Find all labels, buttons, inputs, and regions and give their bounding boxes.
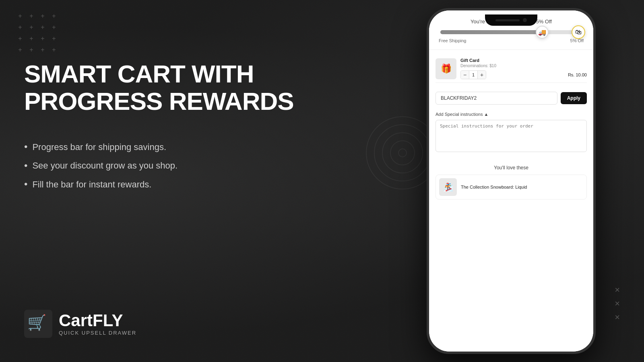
plus-icon: + <box>27 23 35 31</box>
instructions-toggle[interactable]: Add Special instructions ▲ <box>436 112 587 117</box>
plus-icon: + <box>39 35 47 43</box>
reward-badge: 🛍 <box>572 25 585 39</box>
milestone-2-label: 5% Off <box>570 38 584 43</box>
phone-mockup: You're Rs. 70.00 away from 5% Off 🚚 🛍 <box>427 8 596 354</box>
milestone-1-label: Free Shipping <box>439 38 466 43</box>
coupon-row: Apply <box>436 92 587 105</box>
item-details: Gift Card Denominations: $10 − 1 + Rs. 1… <box>460 58 587 79</box>
plus-icon: + <box>27 46 35 54</box>
plus-icon: + <box>39 12 47 20</box>
increase-qty-button[interactable]: + <box>478 71 486 79</box>
instructions-textarea[interactable] <box>436 120 587 152</box>
apply-coupon-button[interactable]: Apply <box>561 92 587 104</box>
plus-icon: + <box>50 46 58 54</box>
cart-item: 🎁 Gift Card Denominations: $10 − 1 + <box>436 55 587 83</box>
svg-point-6 <box>398 149 407 157</box>
svg-point-5 <box>390 141 415 165</box>
progress-fill: 🚚 <box>440 30 542 34</box>
left-content-area: SMART CART WITH PROGRESS REWARDS Progres… <box>24 60 306 224</box>
truck-icon: 🚚 <box>538 29 546 36</box>
snowboard-icon: 🏂 <box>443 182 453 192</box>
phone-frame: You're Rs. 70.00 away from 5% Off 🚚 🛍 <box>427 8 596 354</box>
feature-list: Progress bar for shipping savings. See y… <box>24 139 306 192</box>
logo-text: CartFLY QUICK UPSELL DRAWER <box>59 312 136 336</box>
gift-card-icon: 🎁 <box>441 64 452 74</box>
upsell-title: You'll love these <box>436 165 587 171</box>
upsell-section: You'll love these 🏂 The Collection Snowb… <box>429 158 593 203</box>
plus-grid-decoration: + + + + + + + + + + + + + + + + <box>16 12 58 54</box>
close-buttons: × × × <box>615 286 620 322</box>
upsell-item-name: The Collection Snowboard: Liquid <box>461 185 527 189</box>
coupon-input[interactable] <box>436 92 557 105</box>
close-button-1[interactable]: × <box>615 286 620 294</box>
plus-icon: + <box>50 35 58 43</box>
feature-item-2: See your discount grow as you shop. <box>24 158 306 173</box>
phone-screen: You're Rs. 70.00 away from 5% Off 🚚 🛍 <box>429 10 593 352</box>
plus-icon: + <box>39 23 47 31</box>
plus-icon: + <box>16 46 24 54</box>
logo-section: 🛒 CartFLY QUICK UPSELL DRAWER <box>24 310 136 338</box>
cart-items-section: 🎁 Gift Card Denominations: $10 − 1 + <box>429 50 593 88</box>
svg-point-3 <box>374 125 431 181</box>
cart-drawer: You're Rs. 70.00 away from 5% Off 🚚 🛍 <box>429 10 593 352</box>
close-button-3[interactable]: × <box>615 313 620 322</box>
svg-point-4 <box>382 133 423 173</box>
item-qty-price: − 1 + Rs. 10.00 <box>460 70 587 79</box>
plus-icon: + <box>27 35 35 43</box>
logo-tagline: QUICK UPSELL DRAWER <box>59 330 136 336</box>
svg-text:🛒: 🛒 <box>27 313 47 332</box>
close-button-2[interactable]: × <box>615 299 620 308</box>
plus-icon: + <box>27 12 35 20</box>
plus-icon: + <box>50 23 58 31</box>
quantity-control[interactable]: − 1 + <box>460 70 486 79</box>
bag-icon: 🛍 <box>575 29 582 36</box>
notch-bar <box>495 19 520 21</box>
plus-icon: + <box>39 46 47 54</box>
progress-thumb: 🚚 <box>536 26 549 39</box>
item-price: Rs. 10.00 <box>568 72 587 77</box>
plus-icon: + <box>16 35 24 43</box>
plus-icon: + <box>16 23 24 31</box>
plus-icon: + <box>16 12 24 20</box>
item-name: Gift Card <box>460 58 587 63</box>
item-image: 🎁 <box>436 58 456 79</box>
logo-brand-name: CartFLY <box>59 312 136 329</box>
progress-track-container: 🚚 🛍 <box>440 30 582 34</box>
item-sub: Denominations: $10 <box>460 64 587 68</box>
upsell-item-image: 🏂 <box>439 178 457 196</box>
plus-icon: + <box>50 12 58 20</box>
page-title: SMART CART WITH PROGRESS REWARDS <box>24 60 306 115</box>
decrease-qty-button[interactable]: − <box>461 71 469 79</box>
special-instructions-section: Add Special instructions ▲ <box>429 109 593 158</box>
progress-milestones: Free Shipping 5% Off <box>437 38 585 43</box>
upsell-item[interactable]: 🏂 The Collection Snowboard: Liquid <box>436 175 587 200</box>
notch-camera <box>523 18 527 22</box>
feature-item-1: Progress bar for shipping savings. <box>24 139 306 154</box>
feature-item-3: Fill the bar for instant rewards. <box>24 177 306 192</box>
quantity-display: 1 <box>469 71 478 79</box>
progress-track: 🚚 <box>440 30 582 34</box>
cartfly-logo-icon: 🛒 <box>24 310 52 338</box>
phone-notch <box>485 14 537 26</box>
coupon-section: Apply <box>429 88 593 109</box>
